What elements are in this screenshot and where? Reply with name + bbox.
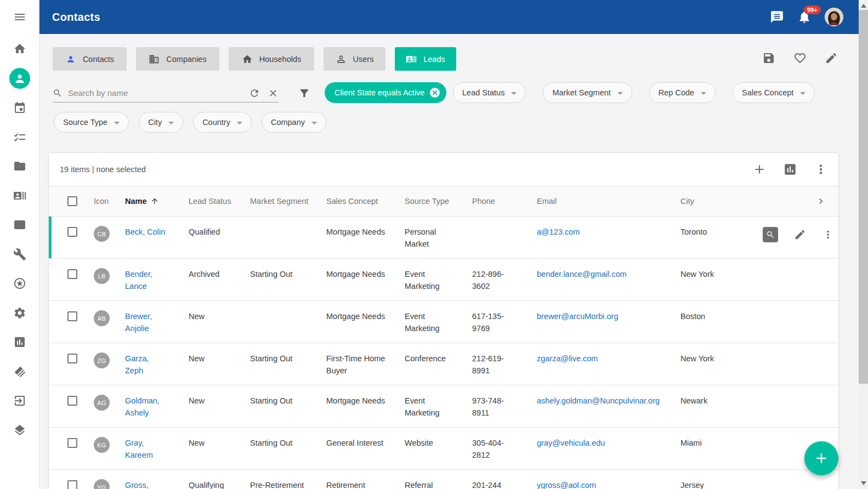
sidebar-item-directory[interactable] [13, 189, 26, 202]
preview-icon[interactable] [763, 227, 778, 242]
sidebar-item-folder[interactable] [13, 160, 26, 173]
cell-source-type: Event Marketing [405, 268, 472, 292]
email-link[interactable]: brewer@arcuMorbi.org [537, 312, 619, 321]
edit-pencil-icon[interactable] [794, 229, 806, 241]
table-row[interactable]: AG Goldman, Ashely New Starting Out Mort… [49, 385, 838, 428]
row-checkbox[interactable] [67, 269, 77, 279]
row-kebab-icon[interactable] [822, 229, 834, 241]
select-all-checkbox[interactable] [67, 196, 77, 206]
stacked-cards-icon[interactable] [13, 365, 26, 378]
email-link[interactable]: ygross@aol.com [537, 481, 596, 489]
sidebar-item-home[interactable] [13, 42, 26, 55]
user-avatar[interactable] [825, 8, 843, 26]
row-checkbox[interactable] [67, 354, 77, 363]
contact-name-link[interactable]: Brewer, Anjolie [125, 312, 152, 333]
add-plus-icon[interactable] [752, 162, 767, 177]
sidebar-item-tools[interactable] [13, 248, 26, 261]
contact-name-link[interactable]: Bender, Lance [125, 270, 152, 291]
filter-chip-company[interactable]: Company [262, 112, 326, 133]
filter-chip-source-type[interactable]: Source Type [54, 112, 129, 133]
sidebar-item-settings[interactable] [13, 306, 26, 320]
chip-label: Rep Code [659, 88, 694, 97]
chat-icon[interactable] [770, 10, 784, 24]
topbar: Contacts 99+ [39, 0, 859, 34]
row-checkbox[interactable] [67, 396, 77, 406]
table-row[interactable]: LB Bender, Lance Archived Starting Out M… [49, 259, 838, 301]
entity-tabs: Contacts Companies Households Users Lead… [53, 47, 456, 71]
clear-search-icon[interactable] [268, 88, 279, 99]
chevron-right-icon[interactable] [815, 196, 826, 207]
col-header-market-segment[interactable]: Market Segment [250, 197, 326, 206]
filter-chip-country[interactable]: Country [193, 112, 252, 133]
favorite-heart-icon[interactable] [793, 52, 807, 65]
table-row[interactable]: CB Beck, Colin Qualified Mortgage Needs … [49, 217, 838, 259]
scroll-down-arrow-icon[interactable] [861, 481, 866, 485]
contact-name-link[interactable]: Garza, Zeph [125, 354, 149, 375]
col-header-name[interactable]: Name [125, 197, 189, 206]
row-checkbox[interactable] [67, 438, 77, 448]
avatar: AB [94, 310, 110, 326]
col-header-phone[interactable]: Phone [472, 197, 537, 206]
email-link[interactable]: gray@vehicula.edu [537, 439, 605, 447]
sidebar-item-layers[interactable] [13, 424, 26, 437]
cell-sales-concept: Mortgage Needs [326, 226, 405, 238]
search-input[interactable] [68, 88, 241, 98]
contact-name-link[interactable]: Beck, Colin [125, 228, 165, 236]
kebab-menu-icon[interactable] [814, 162, 828, 177]
sidebar-item-billing[interactable]: $ [13, 218, 26, 231]
tab-leads[interactable]: Leads [395, 47, 456, 71]
vertical-scrollbar[interactable] [859, 0, 868, 489]
col-header-sales-concept[interactable]: Sales Concept [326, 197, 405, 206]
filter-chip-market-segment[interactable]: Market Segment [543, 82, 632, 103]
email-link[interactable]: zgarza@live.com [537, 354, 598, 363]
cell-lead-status: Qualified [189, 226, 250, 238]
filter-chip-sales-concept[interactable]: Sales Concept [733, 82, 815, 103]
tab-contacts[interactable]: Contacts [53, 47, 127, 71]
row-checkbox[interactable] [67, 227, 77, 237]
table-row[interactable]: KG Gray, Kareem New Starting Out General… [49, 428, 838, 470]
edit-pencil-icon[interactable] [825, 52, 838, 65]
col-header-source-type[interactable]: Source Type [405, 197, 472, 206]
contact-name-link[interactable]: Gross, [125, 481, 149, 489]
tab-users[interactable]: Users [324, 47, 385, 71]
col-header-city[interactable]: City [680, 197, 763, 206]
filter-chip-rep-code[interactable]: Rep Code [649, 82, 716, 103]
menu-icon[interactable] [13, 10, 26, 24]
applied-filter-chip[interactable]: Client State equals Active [325, 82, 446, 103]
filter-chip-lead-status[interactable]: Lead Status [453, 82, 526, 103]
sidebar-item-star[interactable] [13, 277, 26, 290]
remove-filter-icon[interactable] [430, 88, 440, 98]
tab-companies[interactable]: Companies [136, 47, 219, 71]
row-checkbox[interactable] [67, 480, 77, 489]
email-link[interactable]: ashely.goldman@Nuncpulvinar.org [537, 396, 660, 405]
tab-label: Households [259, 55, 302, 64]
sidebar-item-contacts[interactable] [9, 68, 30, 89]
table-row[interactable]: YG Gross, Qualifying Pre-Retirement Reti… [49, 470, 838, 489]
email-link[interactable]: bender.lance@gmail.com [537, 270, 627, 278]
tab-households[interactable]: Households [229, 47, 314, 71]
scroll-up-arrow-icon[interactable] [861, 4, 866, 8]
sidebar-item-exit[interactable] [13, 394, 26, 407]
save-icon[interactable] [762, 52, 775, 65]
contact-name-link[interactable]: Gray, Kareem [125, 439, 153, 459]
email-link[interactable]: a@123.com [537, 228, 580, 236]
sidebar-item-calendar[interactable] [13, 101, 26, 114]
add-contact-fab[interactable] [804, 441, 838, 475]
col-header-email[interactable]: Email [537, 197, 680, 206]
chart-icon[interactable] [783, 162, 797, 177]
table-row[interactable]: ZG Garza, Zeph New Starting Out First-Ti… [49, 343, 838, 385]
notifications-bell-icon[interactable]: 99+ [797, 10, 812, 24]
row-checkbox[interactable] [67, 311, 77, 321]
cell-lead-status: New [189, 437, 250, 449]
sidebar-item-reports[interactable] [13, 336, 26, 349]
sidebar-item-tasks[interactable] [13, 130, 26, 144]
sort-up-icon [150, 197, 159, 206]
table-row[interactable]: AB Brewer, Anjolie New Mortgage Needs Ev… [49, 301, 838, 343]
contact-name-link[interactable]: Goldman, Ashely [125, 396, 160, 417]
filter-funnel-icon[interactable] [298, 87, 310, 99]
cell-lead-status: Archived [189, 268, 250, 280]
refresh-icon[interactable] [249, 88, 260, 99]
scrollbar-thumb[interactable] [859, 10, 868, 384]
col-header-lead-status[interactable]: Lead Status [189, 197, 250, 206]
filter-chip-city[interactable]: City [139, 112, 183, 133]
